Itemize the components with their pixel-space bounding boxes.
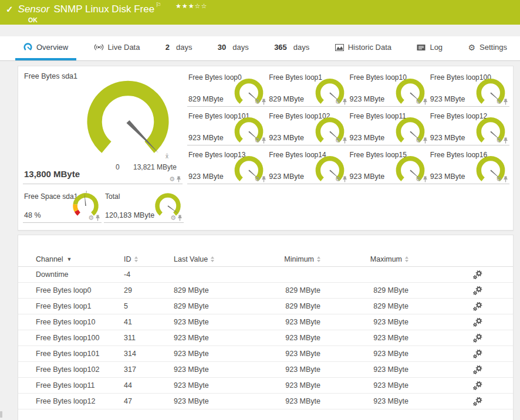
gauge-value: 923 MByte	[269, 172, 304, 181]
channel-gear-icon[interactable]: ⚙	[254, 176, 260, 182]
column-header-last-value[interactable]: Last Value	[174, 255, 253, 263]
pin-icon[interactable]	[503, 99, 508, 105]
gauge-cell-free-bytes-loop13[interactable]: Free Bytes loop13 923 MByte ⚙	[187, 145, 268, 184]
channel-gear-icon[interactable]: ⚙	[416, 137, 421, 144]
channel-gear-icon[interactable]: ⚙	[416, 99, 421, 105]
cell-maximum: 923 MByte	[320, 350, 408, 358]
table-row[interactable]: Free Bytes loop1 5 829 MByte 829 MByte 8…	[18, 299, 513, 314]
column-header-id[interactable]: ID	[124, 255, 174, 263]
channel-gear-icon[interactable]: ⚙	[335, 99, 341, 105]
table-row[interactable]: Free Bytes loop10 41 923 MByte 923 MByte…	[18, 314, 513, 330]
channel-gear-icon[interactable]: ⚙	[496, 99, 502, 105]
pin-icon[interactable]	[342, 137, 347, 144]
gauge-cell-free-space-sda1[interactable]: Free Space sda1 48 % ⚙	[23, 187, 102, 223]
table-row[interactable]: Free Bytes loop0 29 829 MByte 829 MByte …	[18, 283, 513, 299]
gauge-label: Total	[105, 192, 120, 201]
channel-gear-icon[interactable]: ⚙	[170, 215, 176, 221]
channel-settings-gears-icon[interactable]	[473, 302, 482, 311]
channel-settings-gears-icon[interactable]	[473, 286, 482, 295]
pin-icon[interactable]	[176, 176, 181, 182]
pin-icon[interactable]	[423, 176, 428, 182]
gauge-cell-free-bytes-sda1[interactable]: Free Bytes sda1 x̄ 0 13,821 MByte 13,800…	[23, 67, 183, 184]
gauge-value: 829 MByte	[269, 95, 304, 103]
pin-icon[interactable]	[503, 176, 508, 182]
channel-gear-icon[interactable]: ⚙	[335, 176, 341, 182]
tab-365-days[interactable]: 365 days	[266, 36, 318, 60]
tab-settings-label: Settings	[480, 43, 507, 52]
channel-gear-icon[interactable]: ⚙	[335, 137, 341, 144]
pin-icon[interactable]	[261, 176, 266, 182]
gauge-cell-free-bytes-loop1[interactable]: Free Bytes loop1 829 MByte ⚙	[268, 68, 348, 107]
tab-historic-data[interactable]: Historic Data	[327, 36, 400, 60]
cell-maximum: 829 MByte	[320, 302, 408, 310]
table-row[interactable]: Free Bytes loop101 314 923 MByte 923 MBy…	[18, 346, 513, 362]
channel-settings-gears-icon[interactable]	[473, 381, 482, 390]
gauge-value: 923 MByte	[269, 134, 304, 142]
scrollbar-nub[interactable]	[0, 411, 2, 418]
cell-maximum: 923 MByte	[320, 318, 408, 326]
pin-icon[interactable]	[261, 137, 266, 144]
pin-icon[interactable]	[342, 99, 347, 105]
tab-log[interactable]: Log	[408, 36, 451, 60]
table-row[interactable]: Free Bytes loop100 311 923 MByte 923 MBy…	[18, 330, 513, 346]
gauge-cell-free-bytes-loop0[interactable]: Free Bytes loop0 829 MByte ⚙	[187, 68, 268, 107]
gauge-cell-free-bytes-loop11[interactable]: Free Bytes loop11 923 MByte ⚙	[349, 107, 429, 145]
table-row[interactable]: Free Bytes loop102 317 923 MByte 923 MBy…	[18, 362, 513, 378]
pin-icon[interactable]	[423, 99, 428, 105]
tab-30-days[interactable]: 30 days	[210, 36, 257, 60]
gauge-cell-free-bytes-loop12[interactable]: Free Bytes loop12 923 MByte ⚙	[429, 107, 509, 145]
channel-gear-icon[interactable]: ⚙	[416, 176, 421, 182]
cell-last-value: 923 MByte	[174, 318, 253, 326]
cell-minimum: 923 MByte	[253, 397, 320, 405]
gauge-cell-free-bytes-loop100[interactable]: Free Bytes loop100 923 MByte ⚙	[429, 68, 509, 107]
channel-gear-icon[interactable]: ⚙	[496, 176, 502, 182]
channel-gear-icon[interactable]: ⚙	[88, 215, 94, 221]
pin-icon[interactable]	[177, 215, 183, 221]
priority-stars[interactable]: ★★★☆☆	[175, 2, 207, 10]
channel-gear-icon[interactable]: ⚙	[496, 137, 502, 144]
tab-historic-data-label: Historic Data	[348, 43, 391, 52]
channel-gear-icon[interactable]: ⚙	[254, 137, 260, 144]
channel-settings-gears-icon[interactable]	[473, 334, 482, 343]
pin-icon[interactable]	[423, 137, 428, 144]
tab-live-data[interactable]: Live Data	[86, 36, 148, 60]
column-header-channel[interactable]: Channel▼	[36, 255, 124, 263]
gauge-cell-free-bytes-loop101[interactable]: Free Bytes loop101 923 MByte ⚙	[187, 107, 268, 145]
table-row[interactable]: Downtime -4	[18, 267, 513, 283]
channel-settings-gears-icon[interactable]	[473, 270, 482, 279]
priority-flag-icon[interactable]: ⚐	[156, 1, 161, 9]
channel-settings-gears-icon[interactable]	[473, 350, 482, 358]
gauge-cell-total[interactable]: Total 120,183 MByte ⚙	[104, 187, 184, 223]
channel-gear-icon[interactable]: ⚙	[254, 99, 260, 105]
gauge-value: 923 MByte	[188, 134, 224, 142]
table-row[interactable]: Free Bytes loop12 47 923 MByte 923 MByte…	[18, 394, 513, 409]
gauge-cell-free-bytes-loop14[interactable]: Free Bytes loop14 923 MByte ⚙	[268, 145, 348, 184]
cell-maximum: 923 MByte	[320, 365, 408, 374]
gauge-cell-free-bytes-loop10[interactable]: Free Bytes loop10 923 MByte ⚙	[349, 68, 429, 107]
table-header-row: Channel▼ ID Last Value Minimum Maximum	[18, 252, 513, 267]
pin-icon[interactable]	[342, 176, 347, 182]
channel-gear-icon[interactable]: ⚙	[169, 176, 175, 182]
gauge-cell-free-bytes-loop15[interactable]: Free Bytes loop15 923 MByte ⚙	[349, 145, 429, 184]
tab-2-days[interactable]: 2 days	[157, 36, 201, 60]
cell-channel: Free Bytes loop12	[36, 397, 124, 405]
column-header-minimum[interactable]: Minimum	[253, 255, 320, 263]
settings-gear-icon: ⚙	[468, 43, 475, 52]
tab-overview[interactable]: Overview	[15, 36, 76, 60]
cell-id: 5	[124, 302, 174, 310]
channel-settings-gears-icon[interactable]	[473, 318, 482, 327]
tab-settings[interactable]: ⚙ Settings	[460, 36, 515, 60]
main-gauge	[82, 73, 174, 163]
channel-settings-gears-icon[interactable]	[473, 397, 482, 406]
channel-settings-gears-icon[interactable]	[473, 365, 482, 374]
gauge-cell-free-bytes-loop16[interactable]: Free Bytes loop16 923 MByte ⚙	[429, 145, 509, 184]
object-type-label: Sensor	[18, 4, 50, 15]
pin-icon[interactable]	[261, 99, 266, 105]
column-header-maximum[interactable]: Maximum	[320, 255, 408, 263]
status-badge: OK	[28, 16, 520, 23]
gauge-label: Free Bytes sda1	[24, 72, 77, 80]
gauge-cell-free-bytes-loop102[interactable]: Free Bytes loop102 923 MByte ⚙	[268, 107, 348, 145]
pin-icon[interactable]	[503, 137, 508, 144]
table-row[interactable]: Free Bytes loop11 44 923 MByte 923 MByte…	[18, 378, 513, 394]
pin-icon[interactable]	[95, 215, 100, 221]
